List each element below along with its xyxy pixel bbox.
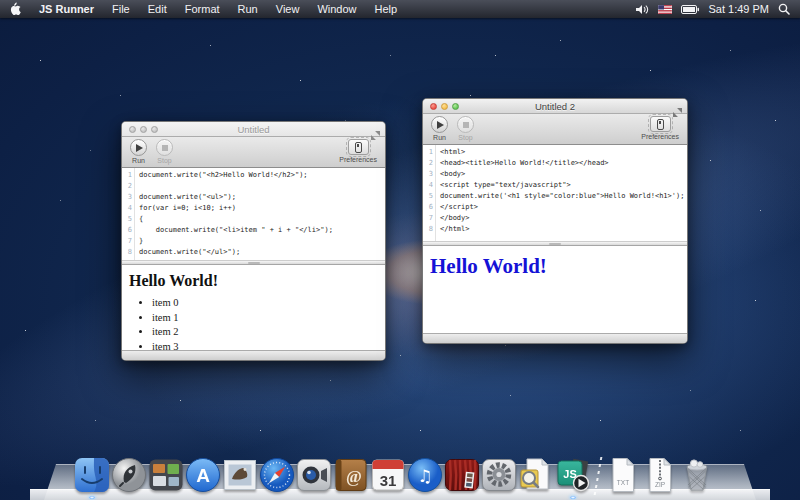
- menu-app-name[interactable]: JS Runner: [30, 0, 103, 18]
- volume-icon[interactable]: [636, 4, 649, 15]
- menu-format[interactable]: Format: [176, 0, 229, 18]
- preferences-button-label: Preferences: [339, 156, 377, 163]
- menu-bar-clock[interactable]: Sat 1:49 PM: [708, 3, 769, 15]
- dock-icon-photo-booth[interactable]: [444, 457, 480, 493]
- line-number-gutter: 12 34 56 78: [122, 168, 135, 260]
- svg-text:TXT: TXT: [617, 479, 629, 486]
- window2-code-editor[interactable]: 12 34 56 78 <html><head><title>Hello Wor…: [423, 145, 687, 241]
- menu-run[interactable]: Run: [229, 0, 267, 18]
- menu-bar: JS Runner File Edit Format Run View Wind…: [0, 0, 800, 18]
- window2-output: Hello World!: [423, 246, 687, 333]
- preferences-button[interactable]: [348, 139, 369, 155]
- dock-icon-system-preferences[interactable]: [481, 457, 517, 493]
- output-heading: Hello World!: [129, 272, 385, 290]
- window1-title: Untitled: [237, 124, 269, 135]
- window1-toolbar: Run Stop Preferences: [122, 137, 385, 168]
- dock-icon-txt-document[interactable]: TXT: [605, 457, 641, 493]
- minimize-button[interactable]: [140, 126, 147, 133]
- stop-button[interactable]: [457, 116, 474, 133]
- dock-icon-mail[interactable]: [222, 457, 258, 493]
- window-untitled: Untitled Run Stop Preferences 12 34 56 7…: [121, 121, 386, 361]
- dock-icon-app-store[interactable]: A: [185, 457, 221, 493]
- menu-file[interactable]: File: [103, 0, 139, 18]
- stop-button[interactable]: [156, 139, 173, 156]
- play-icon: [136, 144, 143, 152]
- dock-icon-js-runner[interactable]: JS: [555, 457, 591, 493]
- pane-splitter[interactable]: [423, 241, 687, 246]
- code-text: <html><head><title>Hello World!</title><…: [436, 145, 684, 241]
- window2-titlebar[interactable]: Untitled 2: [423, 99, 687, 114]
- list-item: item 1: [152, 311, 385, 326]
- zoom-button[interactable]: [151, 126, 158, 133]
- svg-text:JS: JS: [563, 468, 576, 480]
- play-icon: [437, 121, 444, 129]
- dock-icon-preview[interactable]: [518, 457, 554, 493]
- svg-text:♫: ♫: [417, 466, 432, 486]
- stop-button-label: Stop: [458, 134, 472, 141]
- dock-icon-trash[interactable]: [679, 457, 715, 493]
- fullscreen-icon[interactable]: [673, 103, 682, 112]
- run-button[interactable]: [431, 116, 448, 133]
- list-item: item 0: [152, 296, 385, 311]
- pane-splitter[interactable]: [122, 260, 385, 265]
- output-heading: Hello World!: [430, 254, 687, 279]
- preferences-button-label: Preferences: [641, 133, 679, 140]
- switch-icon: [355, 142, 362, 153]
- list-item: item 3: [152, 340, 385, 351]
- svg-text:ZIP: ZIP: [655, 481, 665, 488]
- dock: A: [0, 454, 800, 500]
- zoom-button[interactable]: [452, 103, 459, 110]
- apple-logo-icon: [9, 2, 21, 16]
- menu-help[interactable]: Help: [366, 0, 407, 18]
- window2-title: Untitled 2: [535, 101, 575, 112]
- window1-output: Hello World! item 0 item 1 item 2 item 3…: [122, 265, 385, 350]
- running-indicator: [89, 496, 95, 499]
- dock-icon-finder[interactable]: [74, 457, 110, 493]
- stop-button-label: Stop: [157, 157, 171, 164]
- dock-icon-address-book[interactable]: @: [333, 457, 369, 493]
- menu-edit[interactable]: Edit: [139, 0, 176, 18]
- minimize-button[interactable]: [441, 103, 448, 110]
- stop-icon: [463, 122, 469, 128]
- window1-code-editor[interactable]: 12 34 56 78 document.write("<h2>Hello Wo…: [122, 168, 385, 260]
- window2-bottom-bar: [423, 333, 687, 343]
- close-button[interactable]: [430, 103, 437, 110]
- preferences-button[interactable]: [650, 116, 671, 132]
- line-number-gutter: 12 34 56 78: [423, 145, 436, 241]
- window-untitled-2: Untitled 2 Run Stop Preferences 12 34 56…: [422, 98, 688, 344]
- battery-icon[interactable]: [681, 5, 699, 14]
- run-button[interactable]: [130, 139, 147, 156]
- close-button[interactable]: [129, 126, 136, 133]
- window1-bottom-bar: [122, 350, 385, 360]
- stop-icon: [162, 145, 168, 151]
- dock-icon-ical[interactable]: 31: [370, 457, 406, 493]
- svg-text:A: A: [196, 465, 210, 486]
- dock-icon-safari[interactable]: [259, 457, 295, 493]
- dock-divider: [592, 455, 604, 493]
- input-source-flag-icon[interactable]: [658, 5, 672, 14]
- list-item: item 2: [152, 325, 385, 340]
- run-button-label: Run: [433, 134, 446, 141]
- run-button-label: Run: [132, 157, 145, 164]
- fullscreen-icon[interactable]: [371, 126, 380, 135]
- switch-icon: [657, 119, 664, 130]
- dock-icon-launchpad[interactable]: [111, 457, 147, 493]
- dock-icon-mission-control[interactable]: [148, 457, 184, 493]
- window2-toolbar: Run Stop Preferences: [423, 114, 687, 145]
- svg-text:@: @: [346, 467, 362, 486]
- dock-icon-itunes[interactable]: ♫: [407, 457, 443, 493]
- window1-titlebar[interactable]: Untitled: [122, 122, 385, 137]
- dock-icon-facetime-camera[interactable]: [296, 457, 332, 493]
- menu-window[interactable]: Window: [308, 0, 365, 18]
- dock-icon-zip-document[interactable]: ZIP: [642, 457, 678, 493]
- svg-text:31: 31: [380, 472, 397, 489]
- running-indicator: [570, 496, 576, 499]
- spotlight-icon[interactable]: [778, 3, 790, 15]
- apple-menu[interactable]: [0, 0, 30, 18]
- menu-view[interactable]: View: [267, 0, 309, 18]
- code-text: document.write("<h2>Hello World!</h2>");…: [135, 168, 333, 260]
- output-list: item 0 item 1 item 2 item 3 item 4 item …: [122, 296, 385, 350]
